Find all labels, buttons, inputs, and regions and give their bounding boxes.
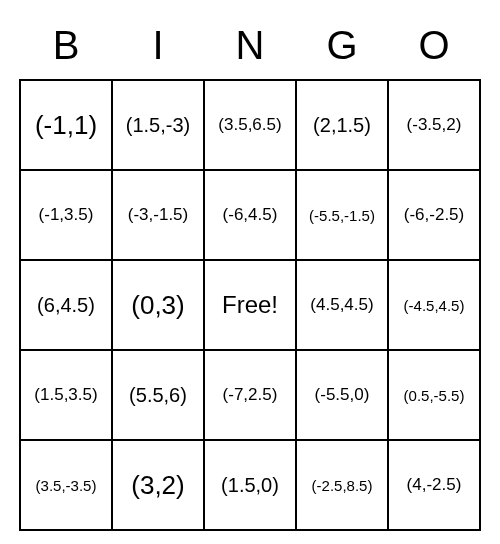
bingo-header-row: B I N G O — [20, 20, 480, 80]
bingo-row: (-1,1) (1.5,-3) (3.5,6.5) (2,1.5) (-3.5,… — [20, 80, 480, 170]
header-o: O — [388, 20, 480, 80]
bingo-cell[interactable]: (0.5,-5.5) — [388, 350, 480, 440]
bingo-cell[interactable]: (3.5,6.5) — [204, 80, 296, 170]
bingo-cell[interactable]: (3.5,-3.5) — [20, 440, 112, 530]
bingo-cell[interactable]: (1.5,3.5) — [20, 350, 112, 440]
bingo-cell[interactable]: (-3,-1.5) — [112, 170, 204, 260]
bingo-cell[interactable]: (-2.5,8.5) — [296, 440, 388, 530]
bingo-cell[interactable]: (-6,-2.5) — [388, 170, 480, 260]
bingo-row: (-1,3.5) (-3,-1.5) (-6,4.5) (-5.5,-1.5) … — [20, 170, 480, 260]
bingo-cell[interactable]: (1.5,0) — [204, 440, 296, 530]
bingo-cell[interactable]: (4,-2.5) — [388, 440, 480, 530]
bingo-cell[interactable]: (1.5,-3) — [112, 80, 204, 170]
bingo-row: (1.5,3.5) (5.5,6) (-7,2.5) (-5.5,0) (0.5… — [20, 350, 480, 440]
bingo-free-cell[interactable]: Free! — [204, 260, 296, 350]
bingo-cell[interactable]: (5.5,6) — [112, 350, 204, 440]
header-g: G — [296, 20, 388, 80]
header-i: I — [112, 20, 204, 80]
header-b: B — [20, 20, 112, 80]
bingo-cell[interactable]: (-5.5,0) — [296, 350, 388, 440]
bingo-cell[interactable]: (6,4.5) — [20, 260, 112, 350]
bingo-cell[interactable]: (-3.5,2) — [388, 80, 480, 170]
bingo-card: B I N G O (-1,1) (1.5,-3) (3.5,6.5) (2,1… — [19, 20, 481, 531]
bingo-cell[interactable]: (3,2) — [112, 440, 204, 530]
bingo-cell[interactable]: (-7,2.5) — [204, 350, 296, 440]
bingo-cell[interactable]: (-4.5,4.5) — [388, 260, 480, 350]
bingo-cell[interactable]: (-1,1) — [20, 80, 112, 170]
bingo-cell[interactable]: (0,3) — [112, 260, 204, 350]
bingo-cell[interactable]: (-1,3.5) — [20, 170, 112, 260]
bingo-cell[interactable]: (4.5,4.5) — [296, 260, 388, 350]
bingo-row: (6,4.5) (0,3) Free! (4.5,4.5) (-4.5,4.5) — [20, 260, 480, 350]
bingo-cell[interactable]: (-5.5,-1.5) — [296, 170, 388, 260]
bingo-cell[interactable]: (-6,4.5) — [204, 170, 296, 260]
bingo-cell[interactable]: (2,1.5) — [296, 80, 388, 170]
header-n: N — [204, 20, 296, 80]
bingo-row: (3.5,-3.5) (3,2) (1.5,0) (-2.5,8.5) (4,-… — [20, 440, 480, 530]
